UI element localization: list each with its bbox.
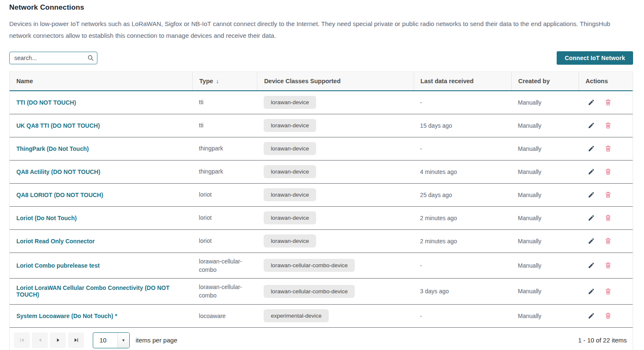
device-class-badge: lorawan-device [264, 234, 316, 247]
next-page-icon [55, 337, 61, 343]
device-class-badge: lorawan-device [264, 142, 316, 155]
table-row: Loriot Read Only Connector loriot lorawa… [10, 230, 633, 253]
last-page-button[interactable] [68, 332, 84, 348]
table-row: TTI (DO NOT TOUCH) tti lorawan-device - … [10, 91, 633, 114]
connector-type: thingpark [192, 163, 257, 180]
sort-descending-icon: ↓ [216, 78, 219, 84]
name-cell: Loriot LoraWAN Cellular Combo Connectivi… [10, 280, 192, 302]
page-size-select[interactable]: 10 ▼ [93, 332, 130, 348]
network-connections-page: Network Connections Devices in low-power… [0, 0, 644, 350]
last-page-icon [73, 337, 79, 343]
device-class-cell: lorawan-device [257, 230, 413, 252]
name-cell: Loriot Read Only Connector [10, 234, 192, 249]
column-label: Name [16, 78, 33, 84]
last-data-received: 3 days ago [414, 284, 511, 299]
connector-name-link[interactable]: Loriot LoraWAN Cellular Combo Connectivi… [16, 284, 170, 298]
connector-name-link[interactable]: Loriot (Do Not Touch) [16, 215, 77, 221]
column-header-created-by[interactable]: Created by [511, 72, 579, 90]
column-header-type[interactable]: Type ↓ [192, 72, 257, 90]
delete-trash-icon[interactable] [605, 99, 612, 106]
name-cell: UK QA8 TTI (DO NOT TOUCH) [10, 118, 192, 133]
actions-cell [579, 210, 633, 226]
edit-pencil-icon[interactable] [588, 168, 595, 175]
connector-name-link[interactable]: ThingPark (Do Not Touch) [16, 145, 89, 152]
delete-trash-icon[interactable] [605, 168, 612, 175]
edit-pencil-icon[interactable] [588, 99, 595, 106]
connector-name-link[interactable]: Loriot Read Only Connector [16, 238, 95, 245]
column-header-device-classes[interactable]: Device Classes Supported [257, 72, 413, 90]
connect-iot-network-button[interactable]: Connect IoT Network [557, 51, 633, 65]
connector-name-link[interactable]: QA8 Actility (DO NOT TOUCH) [16, 168, 100, 175]
connector-type: lorawan-cellular-combo [192, 253, 257, 279]
device-class-badge: lorawan-device [264, 119, 316, 132]
delete-trash-icon[interactable] [605, 145, 612, 152]
delete-trash-icon[interactable] [605, 312, 612, 319]
device-class-cell: lorawan-device [257, 92, 413, 113]
page-size-value: 10 [93, 337, 117, 344]
previous-page-button[interactable] [32, 332, 48, 348]
edit-pencil-icon[interactable] [588, 312, 595, 319]
next-page-button[interactable] [50, 332, 66, 348]
created-by: Manually [511, 234, 579, 249]
first-page-button[interactable] [14, 332, 30, 348]
connector-name-link[interactable]: UK QA8 TTI (DO NOT TOUCH) [16, 122, 100, 129]
name-cell: Loriot Combo pubrelease test [10, 258, 192, 273]
search-icon[interactable] [87, 55, 94, 61]
column-label: Device Classes Supported [264, 78, 340, 84]
last-data-received: - [414, 258, 511, 273]
connector-name-link[interactable]: Loriot Combo pubrelease test [16, 262, 99, 269]
edit-pencil-icon[interactable] [588, 191, 595, 198]
connector-name-link[interactable]: System Locoaware (Do Not Touch) * [16, 313, 117, 319]
created-by: Manually [511, 187, 579, 203]
edit-pencil-icon[interactable] [588, 288, 595, 295]
device-class-cell: lorawan-device [257, 184, 413, 205]
connector-type: tti [192, 94, 257, 111]
name-cell: System Locoaware (Do Not Touch) * [10, 308, 192, 324]
created-by: Manually [511, 141, 579, 156]
name-cell: QA8 LORIOT (DO NOT TOUCH) [10, 187, 192, 203]
table-row: Loriot Combo pubrelease test lorawan-cel… [10, 253, 633, 279]
search-input[interactable] [9, 52, 97, 64]
edit-pencil-icon[interactable] [588, 262, 595, 269]
created-by: Manually [511, 308, 579, 324]
column-header-last-data[interactable]: Last data received [414, 72, 511, 90]
delete-trash-icon[interactable] [605, 237, 612, 245]
device-class-cell: lorawan-device [257, 138, 413, 159]
table-row: UK QA8 TTI (DO NOT TOUCH) tti lorawan-de… [10, 114, 633, 137]
device-class-badge: lorawan-cellular-combo-device [264, 285, 355, 298]
edit-pencil-icon[interactable] [588, 214, 595, 221]
column-label: Actions [586, 78, 608, 84]
actions-cell [579, 233, 633, 249]
edit-pencil-icon[interactable] [588, 145, 595, 152]
last-data-received: 15 days ago [414, 118, 511, 133]
column-header-name[interactable]: Name [10, 72, 192, 90]
edit-pencil-icon[interactable] [588, 122, 595, 129]
delete-trash-icon[interactable] [605, 122, 612, 129]
table-row: System Locoaware (Do Not Touch) * locoaw… [10, 305, 633, 328]
delete-trash-icon[interactable] [605, 191, 612, 198]
created-by: Manually [511, 211, 579, 226]
last-data-received: 4 minutes ago [414, 164, 511, 179]
pagination-bar: 10 ▼ items per page 1 - 10 of 22 items [10, 328, 633, 350]
previous-page-icon [37, 337, 43, 343]
connector-type: thingpark [192, 140, 257, 157]
device-class-cell: lorawan-cellular-combo-device [257, 255, 413, 276]
device-class-badge: lorawan-cellular-combo-device [264, 259, 355, 272]
connector-type: loriot [192, 186, 257, 203]
connector-name-link[interactable]: QA8 LORIOT (DO NOT TOUCH) [16, 192, 103, 198]
device-class-badge: lorawan-device [264, 165, 316, 178]
table-body: TTI (DO NOT TOUCH) tti lorawan-device - … [10, 91, 633, 328]
table-row: Loriot (Do Not Touch) loriot lorawan-dev… [10, 207, 633, 230]
table-row: Loriot LoraWAN Cellular Combo Connectivi… [10, 279, 633, 305]
delete-trash-icon[interactable] [605, 288, 612, 295]
created-by: Manually [511, 284, 579, 299]
created-by: Manually [511, 95, 579, 110]
connector-name-link[interactable]: TTI (DO NOT TOUCH) [16, 99, 76, 106]
actions-cell [579, 95, 633, 110]
connector-type: lorawan-cellular-combo [192, 279, 257, 304]
edit-pencil-icon[interactable] [588, 237, 595, 245]
last-data-received: 25 days ago [414, 187, 511, 203]
delete-trash-icon[interactable] [605, 262, 612, 269]
items-per-page-label: items per page [136, 337, 177, 344]
delete-trash-icon[interactable] [605, 214, 612, 221]
